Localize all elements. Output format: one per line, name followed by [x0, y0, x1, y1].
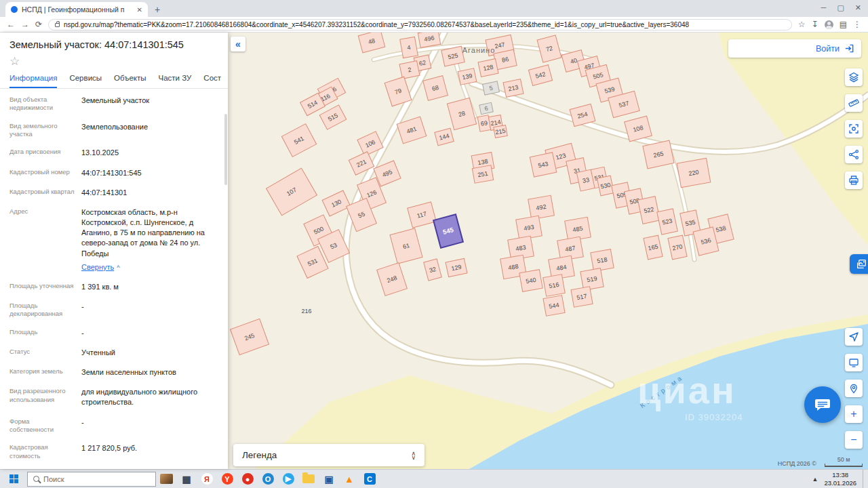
parcel-220[interactable]: 220 [677, 158, 711, 187]
parcel-144[interactable]: 144 [435, 128, 454, 146]
collapse-address-link[interactable]: Свернуть^ [81, 262, 119, 272]
field-row: АдресКостромская область, м.р-н Костромс… [9, 203, 218, 277]
taskbar-icon-yandex-browser[interactable]: Я [197, 470, 217, 488]
taskbar-icon-vlc[interactable]: ▲ [339, 470, 359, 488]
parcel-515[interactable]: 515 [319, 105, 347, 129]
parcel-522[interactable]: 522 [638, 197, 660, 224]
parcel-270[interactable]: 270 [668, 235, 687, 260]
taskbar-icon-yandex-app[interactable]: Y [217, 470, 237, 488]
forward-icon[interactable]: → [21, 20, 29, 29]
window-close-icon[interactable]: ✕ [855, 3, 861, 12]
parcel-165[interactable]: 165 [644, 235, 663, 260]
share-button[interactable] [845, 146, 863, 163]
layers-button[interactable] [845, 68, 863, 86]
parcel-72[interactable]: 72 [537, 35, 561, 62]
parcel-543[interactable]: 543 [530, 152, 556, 177]
tab-сост[interactable]: Сост [203, 74, 221, 88]
back-icon[interactable]: ← [7, 20, 15, 29]
chat-button[interactable] [804, 386, 841, 423]
zoom-out-button[interactable]: − [845, 431, 863, 449]
parcel-117[interactable]: 117 [408, 202, 437, 228]
tab-close-icon[interactable]: ✕ [137, 6, 142, 14]
collapse-panel-button[interactable]: « [231, 37, 245, 52]
profile-avatar[interactable] [825, 20, 833, 29]
parcel-540[interactable]: 540 [519, 270, 542, 292]
parcel-107[interactable]: 107 [267, 168, 317, 216]
parcel-32[interactable]: 32 [424, 259, 442, 281]
parcel-492[interactable]: 492 [528, 195, 555, 219]
address-bar[interactable]: nspd.gov.ru/map?thematic=PKK&zoom=17.210… [48, 19, 792, 30]
parcel-139[interactable]: 139 [458, 68, 477, 85]
parcel-517[interactable]: 517 [571, 287, 593, 307]
map-area[interactable]: 4844962477252586404976221285425051395213… [228, 33, 868, 469]
taskbar-search[interactable]: Поиск [27, 472, 156, 487]
parcel-542[interactable]: 542 [528, 65, 552, 86]
parcel-516[interactable]: 516 [543, 274, 565, 296]
parcel-68[interactable]: 68 [423, 76, 448, 101]
parcel-215[interactable]: 215 [494, 125, 508, 138]
taskbar-icon-widgets-thumbnail[interactable] [156, 470, 176, 488]
screenshot-button[interactable] [845, 354, 863, 371]
parcel-519[interactable]: 519 [580, 268, 604, 291]
login-bar[interactable]: Войти [728, 39, 861, 58]
tab-объекты[interactable]: Объекты [114, 74, 146, 88]
hidden-icons-chevron[interactable]: ▲ [812, 476, 818, 483]
reload-icon[interactable]: ⟳ [35, 20, 42, 29]
legend-panel[interactable]: Легенда ∧∨ [233, 444, 425, 466]
taskbar-clock[interactable]: 13:38 23.01.2026 [824, 471, 856, 487]
print-button[interactable] [845, 171, 863, 189]
panel-tabs: ИнформацияСервисыОбъектыЧасти ЗУСост [0, 68, 228, 89]
navigate-button[interactable] [845, 328, 863, 346]
start-button[interactable] [1, 470, 26, 488]
tab-информация[interactable]: Информация [9, 74, 57, 88]
parcel-4[interactable]: 4 [400, 37, 418, 58]
parcel-518[interactable]: 518 [591, 249, 614, 272]
parcel-61[interactable]: 61 [390, 228, 422, 264]
photos-button[interactable] [850, 254, 868, 274]
parcel-108[interactable]: 108 [625, 116, 652, 142]
locate-button[interactable] [845, 380, 863, 397]
side-panel-icon[interactable]: ▤ [840, 20, 847, 29]
bookmark-star-icon[interactable]: ☆ [798, 20, 806, 29]
taskbar-icon-mail-app[interactable]: O [258, 470, 278, 488]
panel-scrollbar[interactable] [224, 114, 227, 185]
parcel-2[interactable]: 2 [399, 61, 420, 79]
parcel-251[interactable]: 251 [472, 165, 493, 184]
ruler-button[interactable] [845, 94, 863, 112]
browser-tab[interactable]: НСПД | Геоинформационный п ✕ [5, 2, 148, 17]
parcel-245[interactable]: 245 [231, 319, 269, 354]
parcel-129[interactable]: 129 [446, 258, 467, 277]
taskbar-icon-file-explorer[interactable] [298, 470, 319, 488]
parcel-130[interactable]: 130 [322, 190, 351, 216]
field-value: 13.10.2025 [81, 148, 119, 158]
tab-сервисы[interactable]: Сервисы [69, 74, 102, 88]
window-maximize-icon[interactable]: ▢ [837, 3, 844, 12]
parcel-545[interactable]: 545 [433, 214, 463, 247]
parcel-48[interactable]: 48 [358, 33, 385, 53]
parcel-28[interactable]: 28 [447, 98, 476, 129]
parcel-541[interactable]: 541 [281, 124, 316, 157]
parcel-6[interactable]: 6 [479, 102, 494, 114]
tab-части зу[interactable]: Части ЗУ [159, 74, 192, 88]
parcel-544[interactable]: 544 [543, 296, 565, 316]
parcel-248[interactable]: 248 [377, 263, 408, 296]
legend-toggle-icon[interactable]: ∧∨ [411, 451, 416, 460]
browser-menu-icon[interactable]: ⋮ [853, 20, 861, 29]
taskbar-icon-c-app[interactable]: С [359, 470, 380, 488]
taskbar-icon-task-view[interactable]: ▦ [176, 470, 197, 488]
taskbar-icon-red-circle-app[interactable]: ● [237, 470, 258, 488]
favorite-star-icon[interactable]: ☆ [0, 53, 228, 68]
download-icon[interactable]: ↧ [812, 20, 818, 29]
browser-tab-title: НСПД | Геоинформационный п [22, 5, 133, 14]
zoom-in-button[interactable]: + [845, 405, 863, 423]
new-tab-button[interactable]: + [155, 4, 160, 15]
show-desktop-button[interactable] [863, 470, 865, 488]
taskbar-icon-blue-app-window[interactable]: ▣ [319, 470, 339, 488]
parcel-128[interactable]: 128 [478, 59, 498, 77]
parcel-523[interactable]: 523 [657, 209, 678, 235]
map-canvas[interactable]: 4844962477252586404976221285425051395213… [228, 33, 868, 469]
taskbar-icon-telegram[interactable]: ▶ [278, 470, 298, 488]
window-minimize-icon[interactable]: ─ [821, 3, 827, 12]
area-select-button[interactable] [845, 120, 863, 138]
parcel-213[interactable]: 213 [503, 79, 524, 98]
